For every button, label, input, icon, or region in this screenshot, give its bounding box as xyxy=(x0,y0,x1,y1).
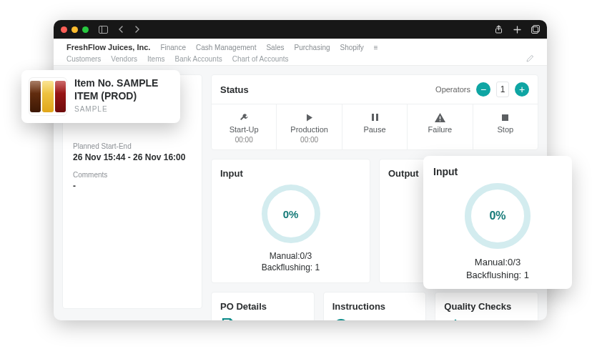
window-titlebar xyxy=(54,20,547,39)
po-details-title: PO Details xyxy=(220,301,305,312)
document-icon xyxy=(220,318,305,320)
edit-icon[interactable] xyxy=(526,54,534,64)
wrench-icon xyxy=(239,112,250,123)
input-zoom-backflushing: Backflushing: 1 xyxy=(466,269,529,282)
stop-icon xyxy=(501,112,509,123)
brand-name[interactable]: FreshFlow Juices, Inc. xyxy=(66,43,150,51)
input-zoom-dial: 0% xyxy=(465,183,531,249)
back-icon[interactable] xyxy=(114,24,126,35)
nav-shopify[interactable]: Shopify xyxy=(340,44,364,51)
status-label: Failure xyxy=(428,125,453,134)
input-zoom-manual: Manual:0/3 xyxy=(466,256,529,269)
operators-decrement-button[interactable]: − xyxy=(476,82,490,97)
nav-chart-of-accounts[interactable]: Chart of Accounts xyxy=(232,55,289,63)
nav-more-icon[interactable]: ≡ xyxy=(374,44,378,51)
svg-point-8 xyxy=(335,320,347,320)
new-tab-icon[interactable] xyxy=(511,24,523,35)
comments-label: Comments xyxy=(73,171,192,179)
nav-items[interactable]: Items xyxy=(147,55,164,63)
input-meta: Manual:0/3 Backflushing: 1 xyxy=(262,250,320,273)
status-startup-button[interactable]: Start-Up 00:00 xyxy=(212,104,277,149)
comments-value: - xyxy=(73,181,192,191)
share-icon[interactable] xyxy=(493,24,504,35)
quality-checks-title: Quality Checks xyxy=(444,301,529,312)
window-minimize-dot[interactable] xyxy=(71,26,78,33)
input-panel[interactable]: Input 0% Manual:0/3 Backflushing: 1 xyxy=(211,159,370,283)
tabs-icon[interactable] xyxy=(530,24,541,35)
nav-cash-management[interactable]: Cash Management xyxy=(196,44,257,51)
nav-purchasing[interactable]: Purchasing xyxy=(294,44,330,51)
item-thumbnail xyxy=(29,77,67,116)
status-pause-button[interactable]: Pause xyxy=(342,104,408,149)
planned-start-end-label: Planned Start-End xyxy=(73,142,192,150)
operators-increment-button[interactable]: + xyxy=(515,82,529,97)
operators-control: Operators − 1 + xyxy=(435,82,529,97)
input-manual: Manual:0/3 xyxy=(262,250,320,262)
item-code: SAMPLE xyxy=(74,105,172,113)
status-time: 00:00 xyxy=(235,136,253,144)
svg-rect-7 xyxy=(502,114,508,121)
warning-icon xyxy=(435,112,445,123)
sidebar-toggle-icon[interactable] xyxy=(97,24,109,35)
input-dial: 0% xyxy=(262,185,320,243)
svg-rect-6 xyxy=(376,114,378,121)
svg-rect-4 xyxy=(532,27,538,34)
status-card: Status Operators − 1 + Start-Up 00:0 xyxy=(211,74,538,150)
status-title: Status xyxy=(220,84,249,95)
nav-vendors[interactable]: Vendors xyxy=(111,55,137,63)
play-icon xyxy=(305,112,314,123)
status-label: Production xyxy=(290,125,328,134)
item-card-popover: Item No. SAMPLE ITEM (PROD) SAMPLE xyxy=(21,70,180,123)
input-panel-zoom: Input 0% Manual:0/3 Backflushing: 1 xyxy=(423,156,572,289)
status-production-button[interactable]: Production 00:00 xyxy=(277,104,342,149)
planned-start-end-value: 26 Nov 15:44 - 26 Nov 16:00 xyxy=(73,152,192,162)
po-details-panel[interactable]: PO Details xyxy=(211,292,315,320)
operators-count: 1 xyxy=(496,82,509,97)
nav-bank-accounts[interactable]: Bank Accounts xyxy=(175,55,222,63)
status-label: Pause xyxy=(363,125,385,134)
status-stop-button[interactable]: Stop xyxy=(473,104,538,149)
status-label: Start-Up xyxy=(230,125,259,134)
nav-sales[interactable]: Sales xyxy=(266,44,284,51)
forward-icon[interactable] xyxy=(132,24,143,35)
instructions-icon xyxy=(332,318,418,320)
operators-label: Operators xyxy=(435,85,470,94)
svg-rect-0 xyxy=(99,26,107,33)
instructions-panel[interactable]: Instructions xyxy=(323,292,427,320)
window-zoom-dot[interactable] xyxy=(82,26,89,33)
input-backflushing: Backflushing: 1 xyxy=(262,262,320,273)
input-zoom-percent: 0% xyxy=(489,210,505,222)
top-nav: FreshFlow Juices, Inc. Finance Cash Mana… xyxy=(54,39,547,66)
quality-checks-panel[interactable]: Quality Checks xyxy=(435,292,538,320)
input-zoom-meta: Manual:0/3 Backflushing: 1 xyxy=(466,256,529,281)
nav-customers[interactable]: Customers xyxy=(66,55,101,63)
status-time: 00:00 xyxy=(300,136,318,144)
instructions-title: Instructions xyxy=(332,301,418,312)
item-title: Item No. SAMPLE ITEM (PROD) xyxy=(74,77,172,102)
status-failure-button[interactable]: Failure xyxy=(408,104,473,149)
status-label: Stop xyxy=(498,125,514,134)
input-percent: 0% xyxy=(283,208,299,220)
input-title: Input xyxy=(220,168,361,179)
svg-rect-3 xyxy=(533,26,540,32)
svg-rect-5 xyxy=(372,114,374,121)
window-close-dot[interactable] xyxy=(61,26,67,33)
input-zoom-title: Input xyxy=(433,166,562,177)
nav-finance[interactable]: Finance xyxy=(160,44,186,51)
pause-icon xyxy=(371,112,379,123)
quality-icon xyxy=(444,318,529,320)
